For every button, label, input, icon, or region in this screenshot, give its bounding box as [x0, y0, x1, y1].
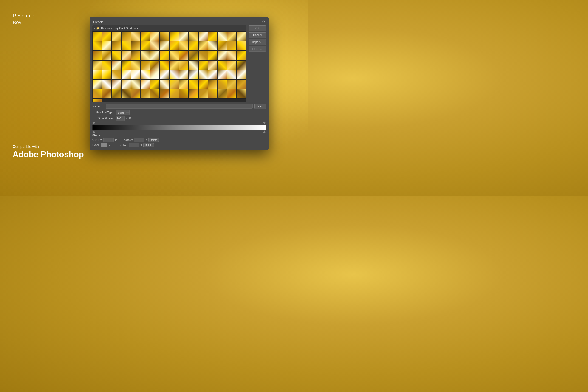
- gradient-swatch[interactable]: [150, 51, 160, 60]
- gradient-swatch[interactable]: [160, 41, 169, 50]
- gradient-swatch[interactable]: [179, 32, 188, 41]
- gradient-swatch[interactable]: [150, 60, 160, 70]
- color-box[interactable]: [100, 143, 108, 147]
- gradient-type-select[interactable]: Solid Noise: [116, 110, 130, 115]
- gradient-swatch[interactable]: [170, 32, 179, 41]
- gradient-swatch[interactable]: [140, 89, 150, 98]
- gradient-swatch[interactable]: [170, 41, 179, 50]
- gradient-swatch[interactable]: [122, 89, 131, 98]
- gradient-swatch[interactable]: [218, 89, 227, 98]
- gradient-swatch[interactable]: [112, 41, 121, 50]
- cancel-button[interactable]: Cancel: [249, 32, 266, 38]
- gradient-swatch[interactable]: [102, 41, 112, 50]
- gradient-swatch[interactable]: [227, 51, 236, 60]
- gradient-swatch[interactable]: [112, 32, 121, 41]
- gradient-swatch[interactable]: [198, 41, 208, 50]
- gradient-swatch[interactable]: [227, 89, 236, 98]
- gradient-swatch[interactable]: [179, 89, 188, 98]
- gradient-swatch[interactable]: [237, 60, 246, 70]
- gradient-swatch[interactable]: [150, 32, 160, 41]
- gradient-swatch[interactable]: [160, 89, 169, 98]
- gradient-swatch[interactable]: [131, 60, 140, 70]
- gradient-swatch[interactable]: [102, 32, 112, 41]
- gradient-swatch[interactable]: [237, 51, 246, 60]
- gradient-swatch[interactable]: [218, 60, 227, 70]
- gradient-swatch[interactable]: [189, 60, 198, 70]
- gradient-swatch[interactable]: [218, 80, 227, 89]
- gradient-swatch[interactable]: [140, 32, 150, 41]
- gradient-swatch[interactable]: [189, 80, 198, 89]
- gradient-swatch[interactable]: [218, 32, 227, 41]
- gradient-swatch[interactable]: [140, 80, 150, 89]
- gradient-swatch[interactable]: [237, 41, 246, 50]
- gradient-swatch[interactable]: [140, 60, 150, 70]
- gradient-swatch[interactable]: [208, 80, 218, 89]
- gradient-swatch[interactable]: [208, 70, 218, 80]
- gradient-swatch[interactable]: [189, 51, 198, 60]
- gradient-swatch[interactable]: [198, 32, 208, 41]
- gradient-swatch[interactable]: [198, 89, 208, 98]
- gradient-swatch[interactable]: [122, 60, 131, 70]
- gradient-swatch[interactable]: [208, 51, 218, 60]
- gradient-swatch[interactable]: [170, 60, 179, 70]
- gradient-swatch[interactable]: [131, 51, 140, 60]
- gradient-swatch[interactable]: [170, 70, 179, 80]
- gradient-swatch[interactable]: [112, 60, 121, 70]
- gradient-swatch[interactable]: [140, 41, 150, 50]
- gradient-swatch[interactable]: [227, 32, 236, 41]
- gradient-swatch[interactable]: [208, 32, 218, 41]
- gradient-swatch[interactable]: [237, 89, 246, 98]
- gradient-swatch[interactable]: [122, 80, 131, 89]
- gradient-swatch[interactable]: [237, 32, 246, 41]
- opacity-delete-button[interactable]: Delete: [148, 138, 159, 142]
- gradient-swatch[interactable]: [170, 51, 179, 60]
- gradient-swatch[interactable]: [150, 80, 160, 89]
- export-button[interactable]: Export...: [249, 46, 266, 52]
- gradient-swatch[interactable]: [92, 60, 102, 70]
- gradient-swatch[interactable]: [140, 51, 150, 60]
- gradient-swatch[interactable]: [160, 60, 169, 70]
- new-button[interactable]: New: [254, 104, 266, 109]
- gradient-swatch[interactable]: [198, 80, 208, 89]
- stop-top-left[interactable]: [93, 122, 95, 124]
- gradient-swatch[interactable]: [131, 89, 140, 98]
- gradient-swatch[interactable]: [160, 80, 169, 89]
- gradient-swatch[interactable]: [179, 80, 188, 89]
- smoothness-input[interactable]: [116, 116, 125, 121]
- gradient-swatch[interactable]: [92, 32, 102, 41]
- gradient-swatch[interactable]: [112, 89, 121, 98]
- gradient-swatch[interactable]: [189, 70, 198, 80]
- gradient-swatch[interactable]: [208, 89, 218, 98]
- gradient-swatch[interactable]: [237, 80, 246, 89]
- gear-icon[interactable]: ⚙: [262, 20, 265, 24]
- gradient-swatch[interactable]: [140, 70, 150, 80]
- gradient-preview[interactable]: [92, 125, 266, 130]
- gradient-swatch[interactable]: [218, 70, 227, 80]
- opacity-location-input[interactable]: [134, 138, 144, 142]
- gradient-swatch[interactable]: [102, 70, 112, 80]
- gradient-swatch[interactable]: [112, 70, 121, 80]
- gradient-swatch[interactable]: [198, 70, 208, 80]
- ok-button[interactable]: OK: [249, 26, 266, 31]
- gradient-swatch[interactable]: [112, 51, 121, 60]
- gradient-swatch[interactable]: [208, 60, 218, 70]
- gradient-swatch[interactable]: [218, 41, 227, 50]
- gradient-swatch[interactable]: [150, 89, 160, 98]
- gradient-swatch[interactable]: [179, 60, 188, 70]
- gradient-swatch[interactable]: [160, 32, 169, 41]
- stop-bottom-right[interactable]: [263, 130, 266, 133]
- opacity-input[interactable]: [103, 138, 114, 142]
- gradient-swatch[interactable]: [92, 99, 102, 102]
- gradient-swatch[interactable]: [198, 51, 208, 60]
- gradient-swatch[interactable]: [92, 41, 102, 50]
- gradient-swatch[interactable]: [160, 51, 169, 60]
- color-location-input[interactable]: [129, 143, 139, 147]
- import-button[interactable]: Import...: [249, 39, 266, 45]
- gradient-swatch[interactable]: [150, 41, 160, 50]
- gradient-swatch[interactable]: [170, 89, 179, 98]
- stop-bottom-left[interactable]: [93, 130, 95, 133]
- gradient-swatch[interactable]: [189, 32, 198, 41]
- gradient-swatch[interactable]: [102, 80, 112, 89]
- gradient-swatch[interactable]: [92, 70, 102, 80]
- gradient-swatch[interactable]: [150, 70, 160, 80]
